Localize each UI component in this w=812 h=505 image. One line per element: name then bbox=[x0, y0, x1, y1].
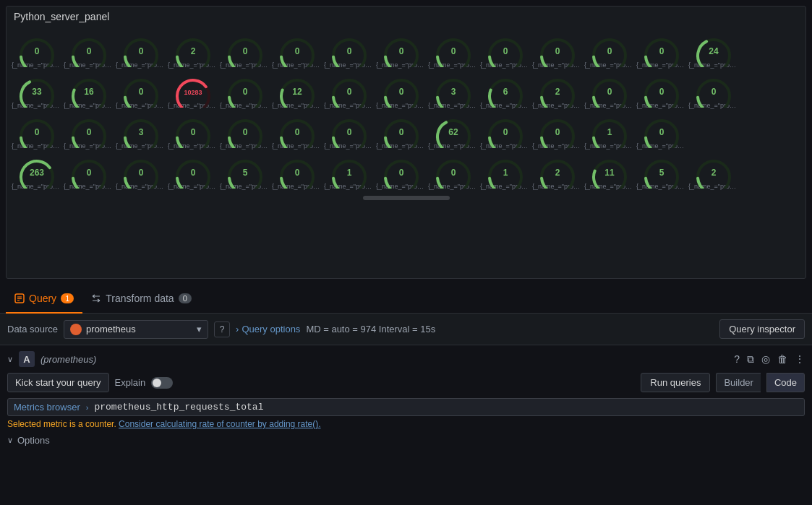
run-queries-button[interactable]: Run queries bbox=[641, 373, 710, 392]
svg-text:5: 5 bbox=[243, 168, 248, 178]
query-options-button[interactable]: › Query options bbox=[236, 324, 300, 334]
gauge-svg: 0 bbox=[222, 30, 268, 64]
tabs-bar: Query 1 Transform data 0 bbox=[0, 285, 812, 314]
transform-icon bbox=[91, 293, 101, 303]
eye-action-icon[interactable]: ◎ bbox=[761, 353, 770, 365]
svg-text:2: 2 bbox=[555, 87, 560, 97]
gauge-item: 12 {_name_="prom... bbox=[271, 70, 323, 109]
options-chevron-icon: ∨ bbox=[7, 436, 13, 445]
svg-text:2: 2 bbox=[711, 168, 717, 178]
collapse-button[interactable]: ∨ bbox=[7, 355, 13, 364]
metrics-chevron-icon: › bbox=[86, 403, 89, 412]
gauge-svg: 2 bbox=[691, 151, 737, 186]
gauge-row: 33 {_name_="prom... 16 {_name_="prom... … bbox=[11, 70, 801, 109]
gauge-item: 0 {_name_="prom... bbox=[271, 111, 323, 150]
svg-text:0: 0 bbox=[399, 127, 404, 137]
gauge-svg: 0 bbox=[430, 151, 476, 186]
svg-text:0: 0 bbox=[295, 46, 300, 56]
svg-text:0: 0 bbox=[607, 46, 612, 56]
gauge-item: 0 {_name_="prom... bbox=[63, 111, 115, 150]
svg-text:0: 0 bbox=[607, 87, 612, 97]
help-action-icon[interactable]: ? bbox=[734, 353, 740, 365]
gauge-svg: 0 bbox=[378, 30, 424, 64]
gauge-item: 0 {_name_="prom... bbox=[11, 111, 63, 150]
svg-text:0: 0 bbox=[503, 127, 508, 137]
gauge-item: 0 {_name_="prom... bbox=[584, 70, 636, 109]
gauge-svg: 263 bbox=[14, 151, 60, 186]
gauge-svg: 0 bbox=[66, 111, 112, 145]
gauge-item: 0 {_name_="prom... bbox=[531, 111, 584, 150]
gauge-item: 1 {_name_="prom... bbox=[584, 111, 636, 150]
gauge-item: 2 {_name_="prom... bbox=[167, 30, 219, 69]
gauge-svg: 1 bbox=[326, 151, 372, 186]
explain-toggle[interactable] bbox=[151, 377, 173, 389]
gauge-item: 0 {_name_="prom... bbox=[219, 70, 271, 109]
gauge-item: 0 {_name_="prom... bbox=[11, 30, 63, 69]
tab-query-badge: 1 bbox=[61, 293, 74, 303]
tab-query[interactable]: Query 1 bbox=[6, 285, 82, 314]
warning-message: Selected metric is a counter. Consider c… bbox=[7, 416, 805, 432]
gauge-item: 0 {_name_="prom... bbox=[63, 30, 115, 69]
copy-action-icon[interactable]: ⧉ bbox=[747, 353, 754, 366]
tab-transform[interactable]: Transform data 0 bbox=[82, 285, 200, 314]
gauge-item: 0 {_name_="prom... bbox=[531, 30, 584, 69]
options-label[interactable]: Options bbox=[17, 435, 50, 446]
gauge-item: 2 {_name_="prom... bbox=[688, 151, 740, 190]
svg-text:0: 0 bbox=[711, 87, 717, 97]
metrics-browser-link[interactable]: Metrics browser bbox=[14, 402, 80, 413]
data-source-name: prometheus bbox=[86, 324, 192, 334]
gauge-item: 0 {_name_="prom... bbox=[375, 111, 427, 150]
gauge-item: 0 {_name_="prom... bbox=[115, 30, 167, 69]
gauge-item: 0 {_name_="prom... bbox=[167, 151, 219, 190]
svg-text:0: 0 bbox=[295, 127, 300, 137]
data-source-label: Data source bbox=[7, 324, 58, 334]
gauge-item: 10283 {_name_="prom... bbox=[167, 70, 219, 109]
gauge-item: 0 {_name_="prom... bbox=[479, 30, 531, 69]
help-icon[interactable]: ? bbox=[214, 321, 230, 337]
toggle-thumb bbox=[153, 379, 161, 387]
gauge-item: 6 {_name_="prom... bbox=[479, 70, 531, 109]
gauge-svg: 6 bbox=[482, 70, 529, 105]
options-row: ∨ Options bbox=[7, 432, 805, 449]
svg-text:0: 0 bbox=[399, 168, 404, 178]
gauge-svg: 0 bbox=[170, 111, 216, 145]
prometheus-icon bbox=[70, 324, 82, 335]
kick-start-button[interactable]: Kick start your query bbox=[7, 373, 109, 392]
metrics-browser-row: Metrics browser › bbox=[7, 398, 805, 416]
gauge-svg: 0 bbox=[118, 70, 164, 105]
svg-text:0: 0 bbox=[295, 168, 300, 178]
gauge-svg: 5 bbox=[222, 151, 268, 186]
scroll-bar[interactable] bbox=[363, 196, 450, 200]
query-inspector-button[interactable]: Query inspector bbox=[719, 319, 805, 339]
svg-text:0: 0 bbox=[399, 46, 404, 56]
svg-text:0: 0 bbox=[659, 127, 664, 137]
tab-query-label: Query bbox=[29, 293, 56, 304]
svg-text:0: 0 bbox=[243, 87, 248, 97]
gauge-svg: 0 bbox=[118, 30, 164, 64]
query-options-meta: MD = auto = 974 Interval = 15s bbox=[306, 324, 435, 334]
code-button[interactable]: Code bbox=[766, 373, 805, 392]
query-letter: A bbox=[19, 351, 35, 367]
svg-text:0: 0 bbox=[87, 46, 92, 56]
query-header: ∨ A (prometheus) ? ⧉ ◎ 🗑 ⋮ bbox=[7, 351, 805, 367]
gauge-svg: 0 bbox=[378, 151, 424, 186]
data-source-select[interactable]: prometheus ▾ bbox=[64, 320, 208, 339]
query-input[interactable] bbox=[94, 402, 798, 413]
gauge-svg: 0 bbox=[222, 70, 268, 105]
gauge-item: 5 {_name_="prom... bbox=[219, 151, 271, 190]
svg-text:16: 16 bbox=[84, 87, 94, 97]
gauge-svg: 0 bbox=[638, 70, 685, 105]
builder-button[interactable]: Builder bbox=[716, 373, 760, 392]
gauge-item: 3 {_name_="prom... bbox=[115, 111, 167, 150]
gauge-svg: 12 bbox=[274, 70, 320, 105]
svg-text:0: 0 bbox=[659, 46, 664, 56]
gauge-item: 0 {_name_="prom... bbox=[323, 70, 375, 109]
gauge-svg: 3 bbox=[430, 70, 476, 105]
gauge-item: 0 {_name_="prom... bbox=[479, 111, 531, 150]
gauge-svg: 0 bbox=[274, 111, 320, 145]
svg-text:0: 0 bbox=[243, 46, 248, 56]
svg-text:0: 0 bbox=[347, 46, 352, 56]
more-action-icon[interactable]: ⋮ bbox=[795, 353, 805, 365]
trash-action-icon[interactable]: 🗑 bbox=[777, 353, 787, 365]
warning-link[interactable]: Consider calculating rate of counter by … bbox=[119, 419, 321, 429]
